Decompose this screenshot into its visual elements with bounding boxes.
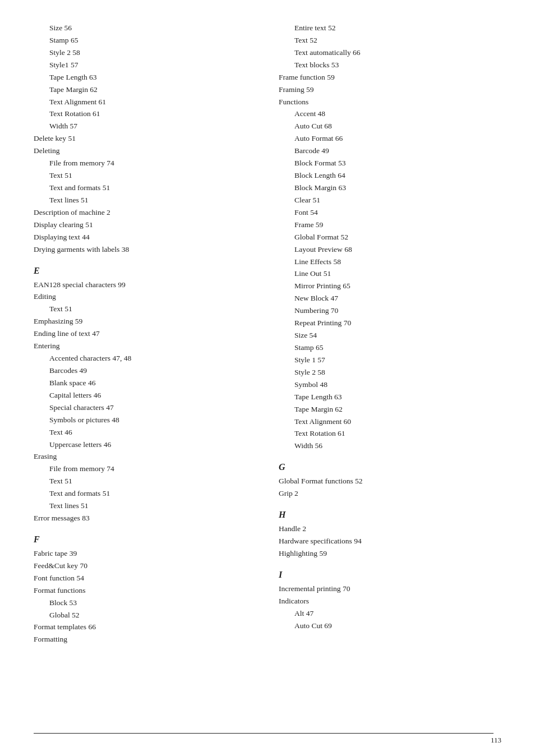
index-entry: Format functions bbox=[34, 585, 256, 597]
index-entry: File from memory 74 bbox=[34, 463, 256, 475]
index-entry: Alt 47 bbox=[279, 608, 501, 620]
index-entry: Text Alignment 61 bbox=[34, 96, 256, 108]
index-entry: Text Alignment 60 bbox=[279, 416, 501, 428]
index-entry: EAN128 special characters 99 bbox=[34, 279, 256, 291]
index-entry: Feed&Cut key 70 bbox=[34, 560, 256, 572]
index-entry: Emphasizing 59 bbox=[34, 316, 256, 328]
index-entry: Global 52 bbox=[34, 610, 256, 621]
index-entry: Width 56 bbox=[279, 440, 501, 452]
index-entry: Global Format 52 bbox=[279, 232, 501, 243]
index-entry: Hardware specifications 94 bbox=[279, 536, 501, 547]
index-entry: Editing bbox=[34, 291, 256, 303]
index-entry: Drying garments with labels 38 bbox=[34, 244, 256, 256]
index-entry: Incremental printing 70 bbox=[279, 583, 501, 595]
index-entry: Style 2 58 bbox=[34, 47, 256, 59]
index-entry: Text 46 bbox=[34, 427, 256, 439]
index-entry: Text 51 bbox=[34, 303, 256, 315]
index-entry: Text 51 bbox=[34, 476, 256, 487]
index-entry: Displaying text 44 bbox=[34, 232, 256, 243]
index-entry: Auto Cut 69 bbox=[279, 620, 501, 632]
index-entry: Text lines 51 bbox=[34, 195, 256, 206]
index-entry: Text 52 bbox=[279, 35, 501, 47]
section-heading: E bbox=[34, 266, 256, 276]
index-entry: Delete key 51 bbox=[34, 133, 256, 145]
index-entry: Barcode 49 bbox=[279, 145, 501, 157]
index-entry: Barcodes 49 bbox=[34, 365, 256, 377]
index-entry: Accent 48 bbox=[279, 108, 501, 120]
index-entry: Size 56 bbox=[34, 22, 256, 34]
index-entry: Grip 2 bbox=[279, 488, 501, 500]
index-entry: Text and formats 51 bbox=[34, 182, 256, 194]
index-entry: Line Effects 58 bbox=[279, 256, 501, 268]
index-entry: Frame 59 bbox=[279, 219, 501, 231]
index-entry: Style1 57 bbox=[34, 59, 256, 71]
index-entry: New Block 47 bbox=[279, 293, 501, 305]
index-entry: Tape Length 63 bbox=[34, 72, 256, 84]
footer-line bbox=[34, 733, 494, 734]
section-heading: I bbox=[279, 570, 501, 580]
index-entry: Description of machine 2 bbox=[34, 207, 256, 219]
index-entry: Tape Margin 62 bbox=[34, 84, 256, 96]
index-entry: Highlighting 59 bbox=[279, 548, 501, 560]
index-entry: Symbol 48 bbox=[279, 379, 501, 391]
index-entry: Auto Format 66 bbox=[279, 133, 501, 145]
index-entry: Handle 2 bbox=[279, 523, 501, 535]
index-entry: Format templates 66 bbox=[34, 621, 256, 633]
index-entry: Repeat Printing 70 bbox=[279, 317, 501, 329]
index-entry: Stamp 65 bbox=[279, 342, 501, 354]
index-entry: Block Margin 63 bbox=[279, 182, 501, 194]
index-entry: Functions bbox=[279, 96, 501, 108]
index-entry: Fabric tape 39 bbox=[34, 548, 256, 560]
index-entry: Blank space 46 bbox=[34, 377, 256, 389]
index-entry: Font 54 bbox=[279, 207, 501, 219]
index-entry: Deleting bbox=[34, 145, 256, 157]
index-entry: Framing 59 bbox=[279, 84, 501, 96]
index-entry: Special characters 47 bbox=[34, 402, 256, 414]
index-entry: Text blocks 53 bbox=[279, 59, 501, 71]
index-entry: Numbering 70 bbox=[279, 305, 501, 317]
index-entry: Block Format 53 bbox=[279, 158, 501, 169]
index-entry: Text 51 bbox=[34, 170, 256, 182]
index-entry: Mirror Printing 65 bbox=[279, 280, 501, 292]
index-entry: Tape Length 63 bbox=[279, 391, 501, 403]
index-entry: Style 2 58 bbox=[279, 367, 501, 379]
index-entry: Layout Preview 68 bbox=[279, 244, 501, 256]
index-entry: Accented characters 47, 48 bbox=[34, 353, 256, 365]
index-entry: Tape Margin 62 bbox=[279, 404, 501, 416]
index-entry: Style 1 57 bbox=[279, 354, 501, 366]
section-heading: F bbox=[34, 534, 256, 545]
index-entry: Clear 51 bbox=[279, 195, 501, 206]
index-entry: Font function 54 bbox=[34, 573, 256, 584]
index-entry: Symbols or pictures 48 bbox=[34, 414, 256, 426]
index-entry: Auto Cut 68 bbox=[279, 121, 501, 132]
index-entry: Entering bbox=[34, 340, 256, 352]
index-entry: Text Rotation 61 bbox=[34, 108, 256, 120]
index-entry: Display clearing 51 bbox=[34, 219, 256, 231]
index-entry: Erasing bbox=[34, 451, 256, 463]
content-columns: Size 56Stamp 65Style 2 58Style1 57Tape L… bbox=[34, 22, 501, 646]
section-heading: G bbox=[279, 462, 501, 472]
index-entry: Global Format functions 52 bbox=[279, 476, 501, 487]
page: Size 56Stamp 65Style 2 58Style1 57Tape L… bbox=[0, 0, 535, 756]
index-entry: File from memory 74 bbox=[34, 158, 256, 169]
index-entry: Text lines 51 bbox=[34, 500, 256, 512]
page-number: 113 bbox=[491, 736, 501, 745]
index-entry: Formatting bbox=[34, 634, 256, 646]
index-entry: Line Out 51 bbox=[279, 268, 501, 280]
section-heading: H bbox=[279, 510, 501, 520]
index-entry: Capital letters 46 bbox=[34, 390, 256, 402]
index-entry: Ending line of text 47 bbox=[34, 328, 256, 340]
index-entry: Size 54 bbox=[279, 330, 501, 342]
left-column: Size 56Stamp 65Style 2 58Style1 57Tape L… bbox=[34, 22, 256, 646]
page-footer: 113 bbox=[491, 736, 501, 745]
index-entry: Width 57 bbox=[34, 121, 256, 132]
index-entry: Block 53 bbox=[34, 597, 256, 609]
index-entry: Text and formats 51 bbox=[34, 488, 256, 500]
index-entry: Block Length 64 bbox=[279, 170, 501, 182]
index-entry: Text Rotation 61 bbox=[279, 428, 501, 440]
right-column: Entire text 52Text 52Text automatically … bbox=[279, 22, 501, 646]
index-entry: Error messages 83 bbox=[34, 513, 256, 524]
index-entry: Text automatically 66 bbox=[279, 47, 501, 59]
index-entry: Indicators bbox=[279, 596, 501, 607]
index-entry: Stamp 65 bbox=[34, 35, 256, 47]
